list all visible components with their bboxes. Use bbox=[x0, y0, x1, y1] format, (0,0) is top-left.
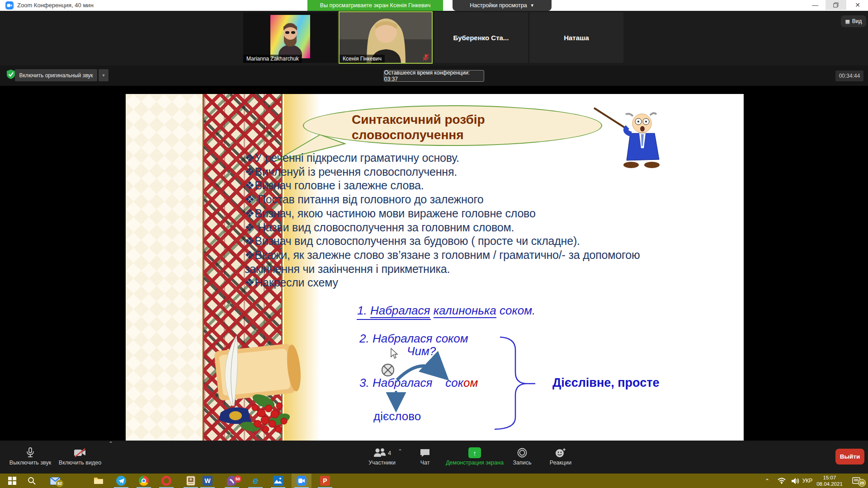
question-word: Чим? bbox=[407, 344, 436, 358]
original-sound-button[interactable]: Включить оригинальный звук bbox=[15, 69, 97, 81]
minimize-button[interactable]: — bbox=[805, 0, 826, 10]
presentation-slide: Синтаксичний розбір словосполучення bbox=[126, 94, 744, 441]
viber-badge: 50 bbox=[234, 475, 241, 483]
bullet-item: ❖У реченні підкресли граматичну основу. bbox=[245, 151, 665, 165]
clock-date: 08.04.2021 bbox=[814, 481, 845, 487]
restore-icon bbox=[833, 2, 839, 8]
file-explorer-icon[interactable] bbox=[89, 474, 108, 488]
participants-icon bbox=[373, 448, 387, 458]
word-icon[interactable]: W bbox=[198, 474, 217, 488]
word-ending: ом bbox=[463, 376, 478, 389]
viburnum-quill-illustration bbox=[189, 315, 320, 441]
reactions-icon bbox=[555, 446, 566, 460]
microphone-icon bbox=[26, 446, 34, 460]
windows-logo-icon bbox=[8, 477, 16, 485]
bullet-item: ❖Накресли схему bbox=[245, 276, 665, 290]
participant-photo bbox=[270, 15, 310, 58]
chat-button[interactable]: Чат bbox=[409, 446, 441, 466]
powerpoint-icon[interactable]: P bbox=[315, 474, 335, 488]
clock[interactable]: 15:07 08.04.2021 bbox=[814, 474, 845, 487]
mouse-cursor bbox=[390, 348, 398, 360]
example-phrase-3: 3. Набралася соком bbox=[359, 376, 478, 390]
example-1-number: 1. bbox=[357, 304, 370, 317]
telegram-icon[interactable] bbox=[111, 474, 131, 488]
record-button[interactable]: Запись bbox=[506, 446, 538, 466]
example-phrase-2: 2. Набралася соком bbox=[359, 332, 468, 346]
zoom-app-icon bbox=[5, 1, 14, 9]
window-title: Zoom Конференция, 40 мин bbox=[17, 2, 94, 9]
windows-taskbar: 82 W 50 e bbox=[0, 474, 868, 488]
word-root: сок bbox=[445, 376, 463, 389]
slide-title-line1: Синтаксичний розбір bbox=[352, 112, 485, 127]
participant-name: Ксенія Гінкевич bbox=[340, 55, 385, 63]
chat-label: Чат bbox=[420, 460, 430, 466]
action-center-icon[interactable]: 20 bbox=[846, 474, 866, 488]
zoom-window: Zoom Конференция, 40 мин Вы просматривае… bbox=[0, 0, 868, 488]
start-video-label: Включить видео bbox=[59, 460, 101, 466]
view-settings-button[interactable]: Настройки просмотра ▼ bbox=[453, 0, 552, 11]
example-sentence-1: 1. Набралася калинонька соком. bbox=[357, 304, 535, 318]
close-button[interactable]: ✕ bbox=[847, 0, 868, 10]
slide-title: Синтаксичний розбір словосполучення bbox=[352, 112, 485, 143]
bullet-item: ❖Вкажи, як залежне слово зв’язане з голо… bbox=[245, 248, 665, 276]
reactions-button[interactable]: Реакции bbox=[542, 446, 579, 466]
video-options-caret[interactable]: ⌃ bbox=[108, 441, 113, 447]
remaining-time-tooltip: Оставшееся время конференции: 03:37 bbox=[384, 70, 484, 82]
mute-button[interactable]: Выключить звук bbox=[5, 446, 55, 466]
language-indicator[interactable]: УКР bbox=[799, 474, 816, 488]
window-titlebar: Zoom Конференция, 40 мин Вы просматривае… bbox=[0, 0, 868, 11]
bullet-item: ❖ Постав питання від головного до залежн… bbox=[245, 192, 665, 206]
phrase-classification: Дієслівне, просте bbox=[552, 376, 659, 390]
participant-tile[interactable]: Наташа bbox=[529, 12, 623, 63]
clock-time: 15:07 bbox=[814, 474, 845, 481]
participants-count: 4 bbox=[388, 450, 391, 456]
reactions-label: Реакции bbox=[550, 460, 571, 466]
tray-expand-chevron[interactable]: ⌃ bbox=[760, 474, 774, 488]
subject-word: калинонька bbox=[434, 304, 496, 318]
start-video-button[interactable]: Включить видео bbox=[55, 446, 105, 466]
view-layout-button[interactable]: ▦ Вид bbox=[841, 15, 866, 27]
bullet-list: ❖У реченні підкресли граматичну основу. … bbox=[245, 151, 665, 290]
chrome-icon[interactable] bbox=[134, 474, 154, 488]
zoom-taskbar-icon[interactable] bbox=[292, 474, 311, 488]
mute-label: Выключить звук bbox=[9, 460, 51, 466]
grid-icon: ▦ bbox=[845, 19, 849, 24]
example-1-rest: соком. bbox=[496, 304, 535, 317]
photos-icon[interactable] bbox=[268, 474, 288, 488]
bullet-item: ❖Вичленуй із речення словосполучення. bbox=[245, 165, 665, 179]
start-button[interactable] bbox=[2, 474, 22, 488]
restore-button[interactable] bbox=[826, 0, 846, 10]
viber-icon[interactable]: 50 bbox=[222, 474, 242, 488]
edge-icon[interactable]: e bbox=[245, 474, 265, 488]
share-screen-icon: ↑ bbox=[468, 447, 481, 458]
wifi-icon[interactable] bbox=[775, 474, 788, 488]
search-icon bbox=[28, 477, 36, 485]
camera-off-icon bbox=[74, 446, 86, 460]
bullet-item: ❖Визнач головне і залежне слова. bbox=[245, 178, 665, 192]
video-strip: Marianna Zakharchuk Ксенія Гінкевич Бубе… bbox=[0, 11, 868, 66]
opera-icon[interactable] bbox=[156, 474, 176, 488]
original-sound-dropdown[interactable]: ▼ bbox=[99, 69, 108, 81]
mic-muted-icon bbox=[423, 54, 429, 61]
shared-screen-stage: Синтаксичний розбір словосполучення bbox=[0, 86, 868, 441]
record-label: Запись bbox=[513, 460, 531, 466]
mail-badge: 82 bbox=[56, 480, 63, 487]
security-shield-icon bbox=[6, 69, 15, 80]
search-button[interactable] bbox=[22, 474, 42, 488]
participant-tile[interactable]: Marianna Zakharchuk bbox=[243, 12, 337, 63]
participant-name: Наташа bbox=[564, 34, 589, 42]
participant-tile-active-speaker[interactable]: Ксенія Гінкевич bbox=[339, 11, 433, 64]
bullet-item: ❖Визнач вид словосполучення за будовою (… bbox=[245, 234, 665, 248]
leave-meeting-button[interactable]: Выйти bbox=[835, 449, 864, 465]
bullet-item: ❖ Назви вид словосполучення за головним … bbox=[245, 221, 665, 235]
participants-caret[interactable]: ⌃ bbox=[398, 448, 402, 455]
share-screen-button[interactable]: ↑ Демонстрация экрана bbox=[443, 446, 506, 466]
meeting-info-bar: Включить оригинальный звук ▼ Оставшееся … bbox=[0, 66, 868, 86]
meeting-toolbar: Выключить звук ⌃ Включить видео ⌃ 4 Учас… bbox=[0, 441, 868, 474]
chat-icon bbox=[420, 446, 430, 460]
view-settings-label: Настройки просмотра bbox=[470, 2, 527, 9]
mail-app-icon[interactable]: 82 bbox=[45, 474, 65, 488]
view-layout-label: Вид bbox=[852, 18, 862, 24]
participant-tile[interactable]: Буберенко Ста... bbox=[434, 12, 528, 63]
record-icon bbox=[517, 446, 528, 460]
